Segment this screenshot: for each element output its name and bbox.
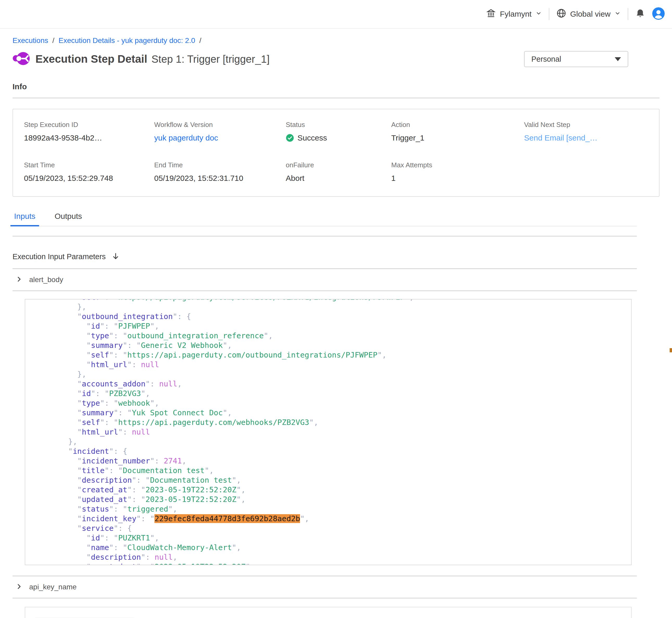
page-title: Execution Step Detail [35, 53, 147, 65]
field-value: Success [286, 133, 391, 142]
info-field: Step Execution ID18992a43-9538-4b2… [24, 121, 154, 142]
info-field: onFailureAbort [286, 161, 391, 183]
field-label: Valid Next Step [524, 121, 648, 129]
status-text: Success [298, 133, 327, 142]
bank-icon [486, 8, 496, 20]
alert-body-json-viewer[interactable]: "self": "https://api.pagerduty.com/servi… [25, 299, 632, 565]
info-card: Step Execution ID18992a43-9538-4b2…Workf… [12, 109, 660, 197]
field-label: End Time [154, 161, 286, 169]
code-line: "description": "Documentation test", [32, 476, 631, 485]
top-bar: Fylamynt Global view [0, 0, 672, 29]
search-match-scroll-marker [670, 348, 672, 352]
code-line: "self": "https://api.pagerduty.com/webho… [32, 418, 631, 427]
code-line: }, [32, 437, 631, 446]
field-label: Step Execution ID [24, 121, 154, 129]
code-line: "type": "outbound_integration_reference"… [32, 331, 631, 341]
tab-inputs[interactable]: Inputs [12, 212, 37, 226]
notifications-bell-icon[interactable] [635, 8, 646, 20]
field-label: onFailure [286, 161, 391, 169]
dropdown-arrow-icon [615, 57, 621, 61]
api-key-name-value-box: documentation api key [25, 607, 632, 618]
code-line: "incident_key": "229efec8feda44778d3fe69… [32, 514, 631, 524]
download-arrow-icon[interactable] [111, 252, 120, 262]
code-line: "id": "PUZKRT1", [32, 533, 631, 543]
chevron-down-icon [614, 10, 621, 18]
field-label: Start Time [24, 161, 154, 169]
code-line: "created_at": "2023-05-19T22:52:20Z" [32, 562, 631, 565]
title-row: Execution Step Detail Step 1: Trigger [t… [12, 50, 672, 68]
tab-bar: Inputs Outputs [12, 212, 637, 226]
info-field: Valid Next StepSend Email [send_… [524, 121, 648, 142]
breadcrumb-execution-details[interactable]: Execution Details - yuk pagerduty doc: 2… [59, 36, 195, 45]
scope-dropdown-value: Personal [531, 55, 561, 64]
globe-icon [556, 8, 567, 20]
avatar[interactable] [652, 7, 665, 21]
field-value: 05/19/2023, 15:52:29.748 [24, 174, 154, 183]
code-line: }, [32, 370, 631, 379]
info-field: Start Time05/19/2023, 15:52:29.748 [24, 161, 154, 183]
view-label: Global view [570, 10, 610, 18]
execution-input-parameters-header: Execution Input Parameters [12, 245, 672, 268]
field-label: Max Attempts [391, 161, 524, 169]
chevron-right-icon [16, 583, 22, 591]
field-label: Status [286, 121, 391, 129]
code-line: "name": "CloudWatch-Memory-Alert", [32, 543, 631, 552]
section-divider [12, 290, 637, 291]
json-code: "self": "https://api.pagerduty.com/servi… [25, 299, 631, 565]
code-line: }, [32, 302, 631, 312]
header-divider [549, 8, 549, 20]
breadcrumb-executions[interactable]: Executions [12, 36, 48, 45]
breadcrumb-separator: / [52, 36, 55, 45]
org-switcher[interactable]: Fylamynt [486, 8, 542, 20]
code-line: "created_at": "2023-05-19T22:52:20Z", [32, 485, 631, 495]
code-line: "incident": { [32, 446, 631, 456]
code-line: "status": "triggered", [32, 504, 631, 514]
field-value: 05/19/2023, 15:52:31.710 [154, 174, 286, 183]
section-label: alert_body [29, 276, 63, 284]
code-line: "self": "https://api.pagerduty.com/servi… [32, 299, 631, 302]
section-divider [12, 598, 637, 599]
code-line: "title": "Documentation test", [32, 466, 631, 476]
success-check-icon [286, 134, 294, 142]
breadcrumb-separator: / [199, 36, 201, 45]
code-line: "summary": "Generic V2 Webhook", [32, 341, 631, 350]
info-field: Max Attempts1 [391, 161, 524, 183]
org-label: Fylamynt [500, 10, 531, 18]
code-line: "updated_at": "2023-05-19T22:52:20Z", [32, 495, 631, 504]
code-line: "incident_number": 2741, [32, 456, 631, 466]
tab-outputs[interactable]: Outputs [53, 212, 84, 226]
field-value: Trigger_1 [391, 133, 524, 142]
breadcrumb: Executions / Execution Details - yuk pag… [12, 36, 672, 45]
page-subtitle: Step 1: Trigger [trigger_1] [151, 54, 270, 65]
params-title: Execution Input Parameters [12, 252, 106, 261]
section-row-alert-body[interactable]: alert_body [16, 269, 672, 290]
header-divider [628, 8, 628, 20]
code-line: "accounts_addon": null, [32, 379, 631, 389]
code-line: "type": "webhook", [32, 398, 631, 408]
chevron-down-icon [535, 10, 542, 18]
info-field: StatusSuccess [286, 121, 391, 142]
code-line: "outbound_integration": { [32, 312, 631, 321]
code-line: "summary": "Yuk Spot Connect Doc", [32, 408, 631, 418]
code-line: "html_url": null [32, 427, 631, 437]
scope-dropdown[interactable]: Personal [524, 51, 628, 67]
field-label: Workflow & Version [154, 121, 286, 129]
workflow-brand-icon [12, 50, 30, 68]
field-value: 1 [391, 174, 524, 183]
info-field: ActionTrigger_1 [391, 121, 524, 142]
field-value[interactable]: yuk pagerduty doc [154, 133, 286, 142]
info-heading: Info [12, 82, 672, 91]
section-row-api-key-name[interactable]: api_key_name [16, 577, 672, 598]
field-label: Action [391, 121, 524, 129]
chevron-right-icon [16, 276, 22, 284]
field-value: 18992a43-9538-4b2… [24, 133, 154, 142]
main-content: Executions / Execution Details - yuk pag… [0, 36, 672, 618]
view-switcher[interactable]: Global view [556, 8, 621, 20]
code-line: "description": null, [32, 552, 631, 562]
info-divider [12, 98, 660, 98]
info-field: Workflow & Versionyuk pagerduty doc [154, 121, 286, 142]
info-field: End Time05/19/2023, 15:52:31.710 [154, 161, 286, 183]
code-line: "html_url": null [32, 360, 631, 370]
field-value[interactable]: Send Email [send_… [524, 133, 648, 142]
code-line: "service": { [32, 524, 631, 533]
